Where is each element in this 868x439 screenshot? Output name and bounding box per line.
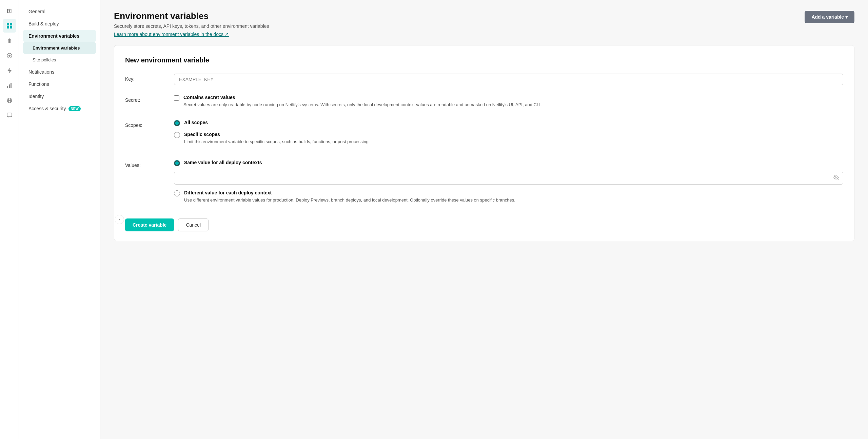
sidebar: General Build & deploy Environment varia… — [19, 0, 100, 439]
sidebar-item-access-security[interactable]: Access & security New — [23, 102, 96, 115]
page-header-left: Environment variables Securely store sec… — [114, 11, 269, 37]
create-variable-button[interactable]: Create variable — [125, 218, 174, 231]
sidebar-item-notifications-label: Notifications — [28, 69, 54, 75]
sidebar-item-general[interactable]: General — [23, 5, 96, 18]
svg-rect-12 — [7, 113, 12, 117]
value-same-radio[interactable] — [174, 160, 180, 166]
grid-icon[interactable]: ⊞ — [3, 4, 16, 18]
scope-all-text: All scopes — [184, 120, 208, 125]
page-description: Securely store secrets, API keys, tokens… — [114, 23, 269, 29]
secret-checkbox-label: Contains secret values — [183, 95, 541, 100]
scope-all-radio[interactable] — [174, 120, 180, 126]
sidebar-item-identity-label: Identity — [28, 94, 44, 99]
secret-checkbox-desc: Secret values are only readable by code … — [183, 101, 541, 108]
svg-rect-7 — [9, 84, 10, 88]
sidebar-item-site-policies[interactable]: Site policies — [23, 54, 96, 66]
secret-label: Secret: — [125, 95, 166, 103]
sidebar-item-env-vars-label: Environment variables — [28, 33, 79, 39]
scope-specific-option: Specific scopes Limit this environment v… — [174, 132, 843, 145]
page-header: Environment variables Securely store sec… — [114, 11, 854, 37]
value-same-text: Same value for all deploy contexts — [184, 160, 262, 165]
sidebar-item-build-deploy-label: Build & deploy — [28, 21, 59, 26]
deploy-icon[interactable] — [3, 34, 16, 47]
svg-rect-6 — [7, 86, 8, 88]
key-control — [174, 74, 843, 85]
value-same-label: Same value for all deploy contexts — [184, 160, 262, 165]
scope-specific-desc: Limit this environment variable to speci… — [184, 138, 369, 145]
sidebar-item-env-vars[interactable]: Environment variables — [23, 30, 96, 42]
main-content: Environment variables Securely store sec… — [100, 0, 868, 439]
scope-specific-label: Specific scopes — [184, 132, 369, 137]
scope-all-label: All scopes — [184, 120, 208, 125]
sidebar-item-build-deploy[interactable]: Build & deploy — [23, 18, 96, 30]
env-var-form-card: New environment variable Key: Secret: Co… — [114, 45, 854, 241]
value-different-text: Different value for each deploy context … — [184, 190, 515, 204]
secret-row: Secret: Contains secret values Secret va… — [125, 95, 843, 110]
sidebar-item-identity[interactable]: Identity — [23, 90, 96, 102]
values-label: Values: — [125, 160, 166, 168]
chart-icon[interactable] — [3, 79, 16, 92]
svg-rect-3 — [10, 26, 12, 28]
value-same-option: Same value for all deploy contexts — [174, 160, 843, 166]
scope-all-option: All scopes — [174, 120, 843, 126]
scopes-control: All scopes Specific scopes Limit this en… — [174, 120, 843, 151]
svg-rect-0 — [7, 23, 9, 25]
values-control: Same value for all deploy contexts — [174, 160, 843, 209]
sidebar-item-access-security-label: Access & security — [28, 106, 66, 111]
add-variable-button[interactable]: Add a variable ▾ — [805, 11, 854, 23]
plugin-icon[interactable] — [3, 49, 16, 62]
sidebar-item-env-vars-sub-label: Environment variables — [33, 45, 80, 51]
secret-control: Contains secret values Secret values are… — [174, 95, 843, 110]
value-input-wrapper — [174, 172, 843, 185]
secret-checkbox-row: Contains secret values Secret values are… — [174, 95, 843, 108]
svg-rect-1 — [10, 23, 12, 25]
form-actions: Create variable Cancel — [125, 218, 843, 231]
value-different-option: Different value for each deploy context … — [174, 190, 843, 204]
badge-new: New — [68, 106, 80, 111]
key-input[interactable] — [174, 74, 843, 85]
learn-more-link[interactable]: Learn more about environment variables i… — [114, 32, 229, 37]
value-different-label: Different value for each deploy context — [184, 190, 515, 195]
comment-icon[interactable] — [3, 109, 16, 122]
eye-slash-icon[interactable] — [833, 174, 839, 182]
svg-rect-8 — [11, 83, 12, 88]
sidebar-item-env-vars-sub[interactable]: Environment variables — [23, 42, 96, 54]
scopes-label: Scopes: — [125, 120, 166, 128]
form-title: New environment variable — [125, 56, 843, 64]
scope-specific-radio[interactable] — [174, 132, 180, 138]
page-title: Environment variables — [114, 11, 269, 21]
value-different-radio[interactable] — [174, 190, 180, 196]
icon-bar: ⊞ — [0, 0, 19, 439]
scope-specific-text: Specific scopes Limit this environment v… — [184, 132, 369, 145]
value-input[interactable] — [174, 172, 843, 185]
sidebar-item-functions-label: Functions — [28, 81, 49, 87]
secret-checkbox-text: Contains secret values Secret values are… — [183, 95, 541, 108]
cancel-button[interactable]: Cancel — [178, 218, 209, 231]
key-row: Key: — [125, 74, 843, 85]
value-different-desc: Use different environment variable value… — [184, 197, 515, 204]
sidebar-item-site-policies-label: Site policies — [33, 57, 56, 62]
globe-icon[interactable] — [3, 94, 16, 107]
chevron-right-icon: › — [119, 217, 120, 222]
svg-point-5 — [8, 55, 11, 57]
scopes-row: Scopes: All scopes Specific scopes Limit… — [125, 120, 843, 151]
sidebar-item-notifications[interactable]: Notifications — [23, 66, 96, 78]
bolt-icon[interactable] — [3, 64, 16, 77]
secret-checkbox[interactable] — [174, 95, 179, 101]
widget-icon[interactable] — [3, 19, 16, 33]
svg-rect-2 — [7, 26, 9, 28]
sidebar-item-functions[interactable]: Functions — [23, 78, 96, 90]
key-label: Key: — [125, 74, 166, 82]
sidebar-collapse-button[interactable]: › — [115, 215, 124, 224]
sidebar-item-general-label: General — [28, 9, 45, 14]
values-row: Values: Same value for all deploy contex… — [125, 160, 843, 209]
